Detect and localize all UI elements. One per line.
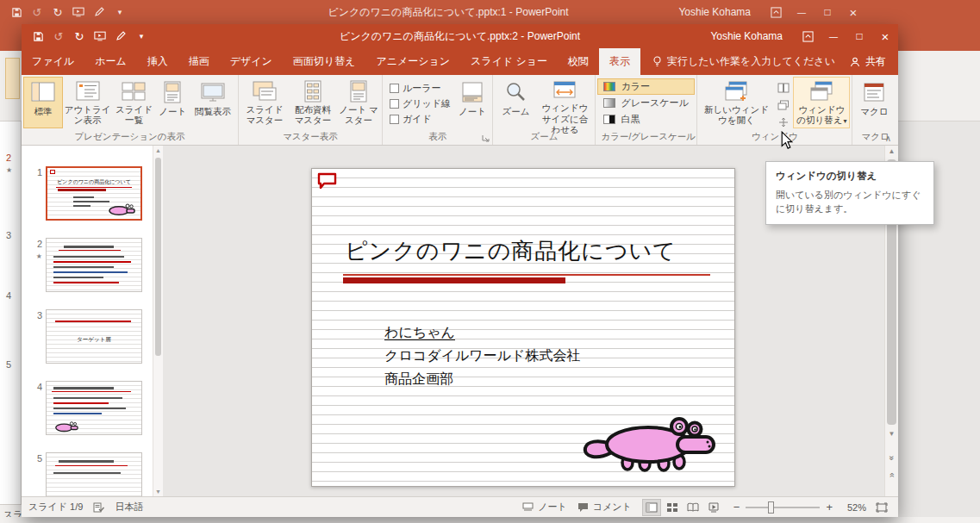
thumbnail-image[interactable] [46,452,142,496]
start-slideshow-icon[interactable] [69,3,88,22]
zoom-in-button[interactable] [826,501,833,514]
save-icon[interactable] [28,27,47,46]
pen-icon[interactable] [90,3,109,22]
scrollbar-thumb[interactable] [155,158,161,356]
tab-slideshow[interactable]: スライド ショー [460,48,558,75]
zoom-slider[interactable] [746,507,820,508]
zoom-button[interactable]: ズーム [495,77,536,128]
tab-review[interactable]: 校閲 [558,48,599,75]
macro-button[interactable]: マクロ [854,77,894,128]
slide-sorter-view-button[interactable] [663,499,682,516]
minimize-icon[interactable] [821,24,846,48]
share-button[interactable]: 共有 [838,48,898,75]
macro-label: マクロ [860,106,888,117]
ruler-checkbox[interactable]: ルーラー [390,82,451,95]
notes-pane-button[interactable]: ノート [454,77,490,128]
tell-me-box[interactable]: 実行したい作業を入力してください [652,48,835,75]
slide[interactable]: ピンクのワニの商品化について わにちゃん クロコダイルワールド株式会社 商品企画… [311,168,735,487]
gridlines-checkbox[interactable]: グリッド線 [390,97,451,110]
scroll-down-icon[interactable]: ▼ [885,430,898,438]
scroll-up-icon[interactable]: ▲ [885,147,898,155]
notes-toggle[interactable]: ノート [522,501,567,514]
black-white-button[interactable]: 白黒 [597,111,695,128]
handout-master-button[interactable]: 配布資料 マスター [289,77,337,128]
crocodile-image[interactable] [579,403,719,474]
customize-qat-icon[interactable] [132,27,151,46]
close-icon[interactable] [840,0,866,24]
reading-view-button[interactable]: 閲覧表示 [190,77,236,128]
color-mode-button[interactable]: カラー [597,78,695,95]
thumbnail-scrollbar[interactable]: ▲ ▼ [153,146,163,496]
maximize-icon[interactable] [815,0,840,24]
dialog-launcher-icon[interactable] [482,134,490,143]
collapse-ribbon-icon[interactable] [885,134,891,143]
scroll-up-icon[interactable]: ▲ [153,147,163,153]
maximize-icon[interactable] [846,24,872,48]
scroll-down-icon[interactable]: ▼ [153,489,163,495]
close-icon[interactable] [872,24,898,48]
reading-view-button[interactable] [684,499,702,516]
undo-icon[interactable] [28,3,47,22]
undo-icon[interactable] [49,27,68,46]
fit-slide-to-window-button[interactable] [872,499,891,516]
start-slideshow-icon[interactable] [91,27,109,46]
thumbnail-slide-2[interactable]: 2★ [27,238,153,292]
next-slide-icon[interactable]: » [885,471,898,481]
new-window-button[interactable]: 新しいウィンドウを開く [699,77,773,128]
comments-toggle[interactable]: コメント [577,501,632,514]
cascade-windows-button[interactable] [775,97,791,112]
thumbnail-slide-5[interactable]: 5 [27,452,153,496]
zoom-out-button[interactable] [733,501,740,514]
thumbnail-image[interactable]: ピンクのワニの商品化について [46,166,142,221]
thumbnail-slide-4[interactable]: 4 [27,381,153,435]
screen: ピンクのワニの商品化について.pptx:1 - PowerPoint Yoshi… [0,0,980,523]
tab-design[interactable]: デザイン [220,48,283,75]
slide-master-button[interactable]: スライド マスター [240,77,289,128]
tab-transitions[interactable]: 画面切り替え [283,48,366,75]
slideshow-view-button[interactable] [704,499,723,516]
switch-windows-button[interactable]: ウィンドウの切り替え [793,77,850,128]
thumbnail-image[interactable] [46,381,142,435]
tab-home[interactable]: ホーム [84,48,137,75]
tab-animations[interactable]: アニメーション [365,48,460,75]
thumbnail-slide-1[interactable]: 1 ピンクのワニの商品化について [27,166,153,221]
notes-page-button[interactable]: ノート [155,77,190,128]
redo-icon[interactable] [48,3,67,22]
zoom-slider-thumb[interactable] [768,501,774,514]
slide-sorter-button[interactable]: スライド一覧 [113,77,156,128]
notes-master-button[interactable]: ノート マスター [337,77,380,128]
thumbnail-slide-3[interactable]: 3 ターゲット層 [27,309,153,364]
comment-indicator-icon[interactable] [317,172,337,189]
background-slide-number: 3 [6,230,11,240]
ribbon-display-options-icon[interactable] [795,24,821,48]
slide-indicator[interactable]: スライド 1/9 [28,501,83,514]
normal-view-button[interactable]: 標準 [23,77,63,128]
pen-icon[interactable] [111,27,130,46]
fit-to-window-button[interactable]: ウィンドウ サイズに合わせる [536,77,593,128]
normal-view-button[interactable] [642,499,661,516]
minimize-icon[interactable] [789,0,815,24]
proofing-icon[interactable] [93,501,104,513]
language-indicator[interactable]: 日本語 [115,501,143,514]
previous-slide-icon[interactable]: » [885,452,898,462]
arrange-all-button[interactable] [775,80,791,95]
tab-file[interactable]: ファイル [22,48,84,75]
guides-checkbox[interactable]: ガイド [390,113,451,126]
thumbnail-image[interactable] [46,238,142,292]
title-underline-thick[interactable] [343,277,565,283]
tab-insert[interactable]: 挿入 [137,48,178,75]
customize-qat-icon[interactable] [110,3,129,22]
ribbon-display-options-icon[interactable] [763,0,789,24]
grayscale-button[interactable]: グレースケール [597,95,695,111]
move-split-button[interactable] [775,115,791,129]
zoom-level[interactable]: 52% [839,502,866,513]
outline-view-button[interactable]: アウトライン表示 [63,77,113,128]
tab-view[interactable]: 表示 [599,48,640,75]
save-icon[interactable] [7,3,26,22]
thumbnail-image[interactable]: ターゲット層 [46,309,142,364]
slide-title-textbox[interactable]: ピンクのワニの商品化について [345,236,677,266]
redo-icon[interactable] [70,27,89,46]
tab-draw[interactable]: 描画 [178,48,220,75]
title-underline-thin[interactable] [343,274,710,276]
slide-subtitle-textbox[interactable]: わにちゃん クロコダイルワールド株式会社 商品企画部 [384,321,580,390]
